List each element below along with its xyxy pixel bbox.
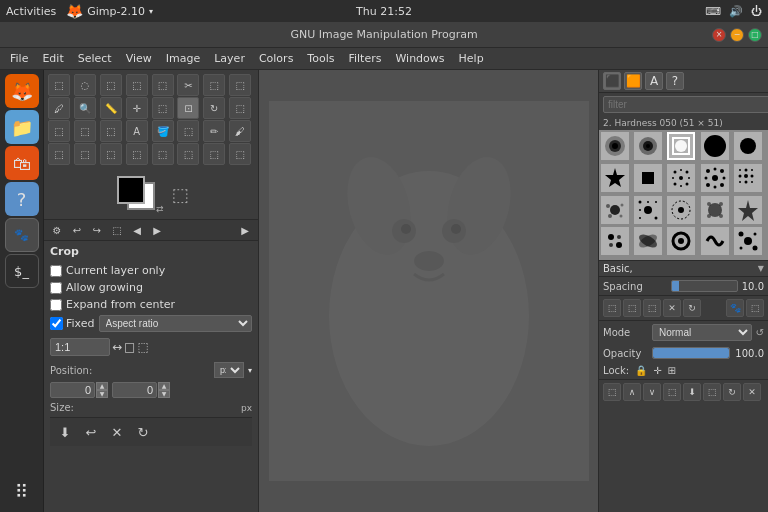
lock-all-icon[interactable]: ⊞ [668, 365, 676, 376]
tool-flip[interactable]: ⬚ [100, 120, 122, 142]
brush-cell[interactable] [601, 132, 629, 160]
tool-align[interactable]: ⬚ [152, 97, 174, 119]
font-tab[interactable]: A [645, 72, 663, 90]
power-icon[interactable]: ⏻ [751, 5, 762, 18]
tool-blur[interactable]: ⬚ [203, 143, 225, 165]
tool-perspective-clone[interactable]: ⬚ [177, 143, 199, 165]
menu-image[interactable]: Image [160, 50, 206, 67]
brush-cell[interactable] [734, 132, 762, 160]
tool-shear[interactable]: ⬚ [48, 120, 70, 142]
expand-icon[interactable]: ▶ [148, 221, 166, 239]
to-icon-7[interactable]: ⬚ [746, 299, 764, 317]
foreground-color[interactable] [117, 176, 145, 204]
brush-cell[interactable] [734, 227, 762, 255]
action-save-icon[interactable]: ⬇ [54, 421, 76, 443]
bt-icon-4[interactable]: ⬚ [663, 383, 681, 401]
opacity-slider[interactable] [652, 347, 730, 359]
pattern-tab[interactable]: 🟧 [624, 72, 642, 90]
expand-center-checkbox[interactable] [50, 299, 62, 311]
menu-layer[interactable]: Layer [208, 50, 251, 67]
brush-cell[interactable] [634, 132, 662, 160]
maximize-button[interactable]: □ [748, 28, 762, 42]
brush-cell[interactable] [601, 196, 629, 224]
bt-icon-7[interactable]: ↻ [723, 383, 741, 401]
menu-colors[interactable]: Colors [253, 50, 299, 67]
menu-view[interactable]: View [120, 50, 158, 67]
help-tab[interactable]: ? [666, 72, 684, 90]
brush-cell[interactable] [667, 196, 695, 224]
volume-icon[interactable]: 🔊 [729, 5, 743, 18]
to-icon-5[interactable]: ↻ [683, 299, 701, 317]
sidebar-software[interactable]: 🛍 [5, 146, 39, 180]
tool-text[interactable]: A [126, 120, 148, 142]
tool-blend[interactable]: ⬚ [177, 120, 199, 142]
tool-ellipse-select[interactable]: ◌ [74, 74, 96, 96]
brush-cell[interactable] [701, 196, 729, 224]
action-delete-icon[interactable]: ✕ [106, 421, 128, 443]
tool-ink[interactable]: ⬚ [100, 143, 122, 165]
bt-icon-1[interactable]: ⬚ [603, 383, 621, 401]
tool-color-picker[interactable]: 🖊 [48, 97, 70, 119]
bt-icon-5[interactable]: ⬇ [683, 383, 701, 401]
ratio-swap-icon[interactable]: ↔ [112, 340, 122, 354]
bt-icon-3[interactable]: ∨ [643, 383, 661, 401]
bt-icon-8[interactable]: ✕ [743, 383, 761, 401]
ratio-portrait-icon[interactable]: □ [124, 340, 135, 354]
spacing-slider[interactable] [671, 280, 737, 292]
bt-icon-2[interactable]: ∧ [623, 383, 641, 401]
tool-nav-expand[interactable]: ▶ [236, 221, 254, 239]
tool-left-icon[interactable]: ◀ [128, 221, 146, 239]
tool-select-color[interactable]: ⬚ [152, 74, 174, 96]
tool-crop[interactable]: ⊡ [177, 97, 199, 119]
color-swatches[interactable]: ⇄ [113, 174, 163, 214]
mode-reset-icon[interactable]: ↺ [756, 327, 764, 338]
sidebar-apps[interactable]: ⠿ [5, 474, 39, 508]
app-name[interactable]: 🦊 Gimp-2.10 ▾ [66, 3, 153, 19]
to-icon-4[interactable]: ✕ [663, 299, 681, 317]
sidebar-terminal[interactable]: $_ [5, 254, 39, 288]
tool-reset-icon[interactable]: ↩ [68, 221, 86, 239]
brush-preset-row[interactable]: Basic, ▼ [599, 260, 768, 277]
tool-clone[interactable]: ⬚ [126, 143, 148, 165]
tool-dodge-burn[interactable]: ⬚ [229, 143, 251, 165]
lock-position-icon[interactable]: ✛ [653, 365, 661, 376]
brush-cell[interactable] [601, 164, 629, 192]
position-unit-select[interactable]: px % mm [214, 362, 244, 378]
mode-select[interactable]: Normal Dissolve Multiply Screen [652, 324, 752, 341]
tool-redo-icon[interactable]: ↪ [88, 221, 106, 239]
menu-help[interactable]: Help [453, 50, 490, 67]
menu-windows[interactable]: Windows [389, 50, 450, 67]
tool-scale[interactable]: ⬚ [229, 97, 251, 119]
tool-airbrush[interactable]: ⬚ [74, 143, 96, 165]
brush-cell[interactable] [601, 227, 629, 255]
tool-fuzzy-select[interactable]: ⬚ [126, 74, 148, 96]
menu-select[interactable]: Select [72, 50, 118, 67]
action-reset-icon[interactable]: ↩ [80, 421, 102, 443]
sidebar-gimp[interactable]: 🐾 [5, 218, 39, 252]
brush-cell[interactable] [634, 227, 662, 255]
menu-file[interactable]: File [4, 50, 34, 67]
to-icon-2[interactable]: ⬚ [623, 299, 641, 317]
tool-scissors[interactable]: ✂ [177, 74, 199, 96]
close-button[interactable]: × [712, 28, 726, 42]
keyboard-icon[interactable]: ⌨ [705, 5, 721, 18]
sidebar-firefox[interactable]: 🦊 [5, 74, 39, 108]
fixed-checkbox[interactable] [50, 317, 63, 330]
menu-filters[interactable]: Filters [342, 50, 387, 67]
tool-perspective[interactable]: ⬚ [74, 120, 96, 142]
pos-y-down[interactable]: ▼ [158, 390, 170, 398]
tool-paintbrush[interactable]: 🖌 [229, 120, 251, 142]
brush-cell[interactable] [701, 227, 729, 255]
brush-cell[interactable] [634, 196, 662, 224]
pos-x-up[interactable]: ▲ [96, 382, 108, 390]
brush-cell[interactable] [634, 164, 662, 192]
position-dropdown-icon[interactable]: ▾ [248, 366, 252, 375]
tool-zoom[interactable]: 🔍 [74, 97, 96, 119]
ratio-landscape-icon[interactable]: ⬚ [137, 340, 148, 354]
to-icon-3[interactable]: ⬚ [643, 299, 661, 317]
brush-cell-selected[interactable] [667, 132, 695, 160]
action-refresh-icon[interactable]: ↻ [132, 421, 154, 443]
position-x-field[interactable] [50, 382, 95, 398]
position-y-field[interactable] [112, 382, 157, 398]
tool-blank-icon[interactable]: ⬚ [108, 221, 126, 239]
